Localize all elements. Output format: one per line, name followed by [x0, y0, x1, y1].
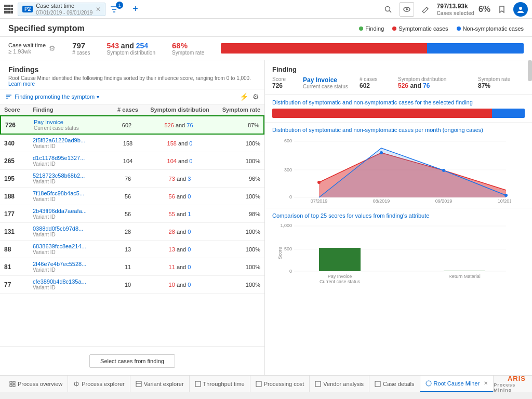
- select-cases-button[interactable]: Select cases from finding: [89, 354, 175, 368]
- svg-rect-30: [13, 381, 15, 383]
- row-finding-cell: 5218723c58b68b2... Variant ID: [33, 172, 110, 184]
- nonsymptomatic-dot: [457, 26, 461, 31]
- row-symdist: 28 and 0: [146, 229, 214, 235]
- symdist-and: and: [178, 158, 189, 164]
- table-row[interactable]: 188 7f18e5fcc98b4ac5... Variant ID 56 56…: [0, 188, 264, 205]
- table-row[interactable]: 177 2b43ff96dda7aeafa... Variant ID 56 5…: [0, 205, 264, 223]
- symdist-blue: 0: [189, 140, 192, 147]
- table-settings-button[interactable]: ⚙: [252, 92, 259, 101]
- left-panel: Findings Root Cause Miner identified the…: [0, 60, 265, 375]
- tab-vendor-analysis[interactable]: Vendor analysis: [310, 376, 369, 392]
- row-finding-cell: 0388dd0f5cb97d8... Variant ID: [33, 225, 110, 237]
- symdist-and: and: [177, 176, 188, 182]
- tab-variant-explorer[interactable]: Variant explorer: [130, 376, 190, 392]
- row-score: 77: [4, 281, 33, 288]
- fs-score-value: 726: [272, 82, 301, 89]
- bookmark-button[interactable]: [495, 2, 509, 17]
- fs-rate-value: 87%: [478, 82, 525, 89]
- dist-bar: [272, 109, 525, 118]
- learn-more-link[interactable]: Learn more: [8, 81, 35, 87]
- search-button[interactable]: [381, 2, 395, 17]
- symdist-blue: 0: [189, 158, 192, 164]
- symdist-blue: 0: [188, 264, 191, 270]
- tab-root-cause-miner[interactable]: Root Cause Miner ✕: [420, 376, 494, 392]
- new-tab-button[interactable]: +: [132, 4, 138, 15]
- wait-time-label: Case wait time: [8, 42, 46, 48]
- row-finding-cell: 6838639fcc8ea214... Variant ID: [33, 243, 110, 255]
- svg-point-3: [406, 8, 408, 10]
- findings-table-scroll[interactable]: Score Finding # cases Symptom distributi…: [0, 104, 264, 347]
- svg-rect-29: [10, 381, 12, 383]
- tab-throughput-label: Throughput time: [203, 381, 245, 387]
- select-btn-container: Select cases from finding: [0, 347, 264, 375]
- row-symdist: 104 and 0: [146, 158, 214, 164]
- symdist-red: 11: [169, 264, 175, 270]
- col-finding: Finding: [33, 107, 110, 113]
- row-cases: 13: [110, 246, 146, 252]
- tab-process-overview[interactable]: Process overview: [4, 376, 68, 392]
- user-avatar[interactable]: [513, 2, 528, 17]
- row-finding-cell: 7f18e5fcc98b4ac5... Variant ID: [33, 190, 110, 202]
- pct-value: 6%: [478, 5, 490, 14]
- row-score: 88: [4, 246, 33, 253]
- active-tab[interactable]: P2 Case start time 07/01/2019 - 09/01/20…: [18, 3, 105, 16]
- symdist-red: 28: [169, 229, 175, 235]
- symdist-blue: 0: [188, 193, 191, 200]
- close-tab-icon[interactable]: ✕: [96, 6, 101, 13]
- row-symrate: 100%: [214, 264, 260, 270]
- aris-name: ARIS: [508, 375, 526, 382]
- table-row[interactable]: 726 Pay Invoice Current case status 602 …: [0, 115, 264, 135]
- tab-processing-cost[interactable]: Processing cost: [250, 376, 310, 392]
- filter-button[interactable]: 1: [110, 5, 126, 14]
- legend-symptomatic-label: Symptomatic cases: [398, 25, 448, 32]
- avatar-icon: [516, 5, 525, 14]
- table-row[interactable]: 131 0388dd0f5cb97d8... Variant ID 28 28 …: [0, 223, 264, 241]
- tab-throughput-time[interactable]: Throughput time: [190, 376, 250, 392]
- row-symdist: 158 and 0: [146, 140, 214, 147]
- finding-sub: Variant ID: [33, 232, 110, 237]
- apps-menu[interactable]: [4, 5, 14, 14]
- symptomatic-dot: [392, 26, 396, 31]
- blue-dot-2: [380, 151, 383, 154]
- progress-blue-segment: [427, 43, 524, 54]
- bar-return-material: [444, 271, 485, 271]
- svg-rect-39: [315, 381, 321, 387]
- table-row[interactable]: 265 d1c1178d95e1327... Variant ID 104 10…: [0, 152, 264, 170]
- tab-case-details[interactable]: Case details: [369, 376, 420, 392]
- row-cases: 602: [109, 122, 145, 128]
- row-symrate: 100%: [214, 229, 260, 235]
- svg-text:Pay Invoice: Pay Invoice: [328, 274, 352, 279]
- symdist-red: 526: [164, 122, 174, 128]
- gear-icon[interactable]: ⚙: [49, 44, 56, 52]
- table-row[interactable]: 88 6838639fcc8ea214... Variant ID 13 13 …: [0, 241, 264, 258]
- table-row[interactable]: 81 2f46e7e4b7ec5528... Variant ID 11 11 …: [0, 258, 264, 276]
- symdist-and: and: [177, 282, 188, 288]
- fs-dist-and: and: [410, 82, 421, 89]
- tab-process-explorer[interactable]: Process explorer: [68, 376, 130, 392]
- symdist-red: 10: [169, 282, 175, 288]
- blue-dot-4: [504, 194, 508, 197]
- eye-button[interactable]: [400, 2, 414, 17]
- svg-rect-40: [375, 381, 380, 387]
- legend: Finding Symptomatic cases Non-symptomati…: [359, 25, 524, 32]
- sort-button[interactable]: Finding promoting the symptom ▾: [5, 93, 99, 100]
- row-symrate: 98%: [214, 211, 260, 217]
- tab-processing-cost-label: Processing cost: [264, 381, 304, 387]
- tab-root-cause-close[interactable]: ✕: [484, 380, 488, 386]
- fs-rate-block: Symptom rate 87%: [478, 76, 525, 89]
- symdist-and: and: [178, 140, 189, 147]
- table-row[interactable]: 77 cfe3890b4d8c135a... Variant ID 10 10 …: [0, 276, 264, 294]
- edit-button[interactable]: [418, 2, 433, 17]
- table-filter-button[interactable]: ⚡: [240, 92, 248, 101]
- row-symrate: 100%: [214, 140, 260, 147]
- table-row[interactable]: 195 5218723c58b68b2... Variant ID 76 73 …: [0, 170, 264, 188]
- table-row[interactable]: 340 2f5f82a61220ad9b... Variant ID 158 1…: [0, 135, 264, 152]
- wait-time-value: ≥ 1.93wk: [8, 48, 46, 55]
- row-score: 340: [4, 140, 33, 147]
- finding-sub: Variant ID: [33, 214, 110, 220]
- scroll-thumb[interactable]: [528, 60, 532, 81]
- row-symdist: 11 and 0: [146, 264, 214, 270]
- fs-score-block: Score 726: [272, 76, 301, 89]
- finding-sub: Variant ID: [33, 249, 110, 255]
- root-cause-icon: [425, 380, 432, 387]
